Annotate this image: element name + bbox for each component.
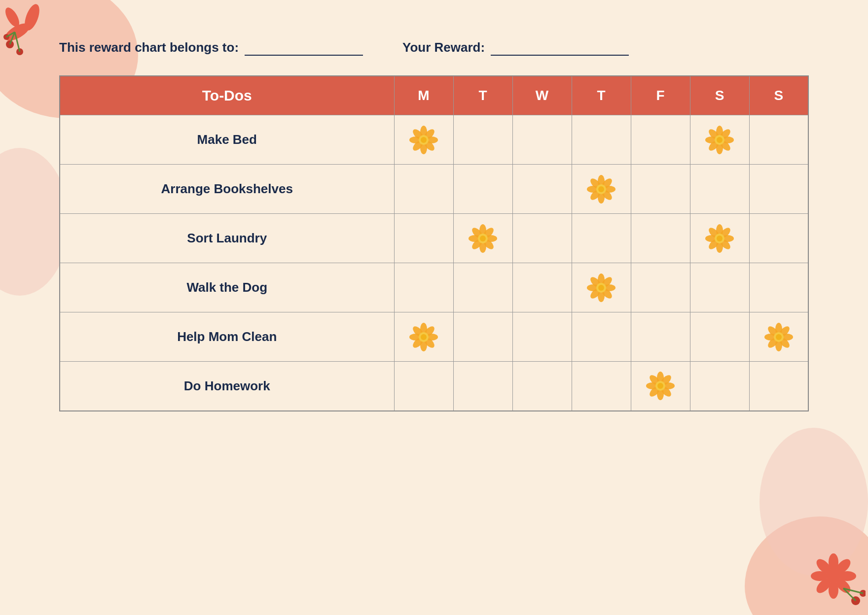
- table-header-row: To-Dos M T W T F S S: [60, 76, 808, 115]
- day-cell[interactable]: [631, 115, 690, 165]
- col-header-wed: W: [512, 76, 572, 115]
- reward-table: To-Dos M T W T F S S Make Bed: [59, 75, 809, 411]
- day-cell[interactable]: [453, 115, 512, 165]
- header-line: This reward chart belongs to: Your Rewar…: [59, 39, 809, 56]
- task-name-cell: Sort Laundry: [60, 214, 394, 263]
- day-cell[interactable]: [749, 165, 808, 214]
- day-cell[interactable]: [572, 263, 631, 312]
- day-cell[interactable]: [631, 263, 690, 312]
- day-cell[interactable]: [394, 263, 453, 312]
- day-cell[interactable]: [512, 165, 572, 214]
- day-cell[interactable]: [690, 165, 749, 214]
- svg-point-71: [717, 236, 723, 241]
- svg-point-17: [827, 569, 840, 583]
- table-row: Help Mom Clean: [60, 312, 808, 362]
- day-cell[interactable]: [394, 165, 453, 214]
- day-cell[interactable]: [749, 263, 808, 312]
- svg-point-81: [598, 285, 604, 291]
- flower-star-icon: [577, 268, 626, 307]
- day-cell[interactable]: [394, 312, 453, 362]
- col-header-todos: To-Dos: [60, 76, 394, 115]
- reward-label: Your Reward:: [402, 40, 485, 55]
- day-cell[interactable]: [631, 362, 690, 411]
- col-header-fri: F: [631, 76, 690, 115]
- flower-star-icon: [755, 317, 803, 356]
- svg-point-101: [776, 334, 782, 340]
- svg-point-41: [717, 137, 723, 143]
- col-header-tue: T: [453, 76, 512, 115]
- day-cell[interactable]: [631, 214, 690, 263]
- table-row: Make Bed: [60, 115, 808, 165]
- day-cell[interactable]: [453, 214, 512, 263]
- col-header-sat: S: [690, 76, 749, 115]
- col-header-mon: M: [394, 76, 453, 115]
- svg-point-111: [657, 383, 663, 389]
- task-name-cell: Help Mom Clean: [60, 312, 394, 362]
- belongs-label: This reward chart belongs to:: [59, 40, 239, 55]
- day-cell[interactable]: [631, 165, 690, 214]
- day-cell[interactable]: [572, 362, 631, 411]
- task-name-cell: Do Homework: [60, 362, 394, 411]
- flower-star-icon: [636, 367, 685, 406]
- svg-point-51: [598, 186, 604, 192]
- day-cell[interactable]: [512, 263, 572, 312]
- flower-star-icon: [695, 219, 744, 258]
- day-cell[interactable]: [394, 115, 453, 165]
- day-cell[interactable]: [690, 263, 749, 312]
- table-row: Walk the Dog: [60, 263, 808, 312]
- day-cell[interactable]: [572, 214, 631, 263]
- col-header-sun: S: [749, 76, 808, 115]
- reward-field[interactable]: [491, 39, 629, 56]
- main-content: This reward chart belongs to: Your Rewar…: [0, 0, 868, 441]
- day-cell[interactable]: [512, 115, 572, 165]
- day-cell[interactable]: [572, 115, 631, 165]
- table-row: Arrange Bookshelves: [60, 165, 808, 214]
- day-cell[interactable]: [572, 312, 631, 362]
- day-cell[interactable]: [394, 362, 453, 411]
- col-header-thu: T: [572, 76, 631, 115]
- day-cell[interactable]: [572, 165, 631, 214]
- day-cell[interactable]: [631, 312, 690, 362]
- flower-star-icon: [399, 317, 448, 356]
- table-row: Do Homework: [60, 362, 808, 411]
- corner-flower-bottom-right: [801, 551, 866, 613]
- day-cell[interactable]: [512, 214, 572, 263]
- corner-flower-top-left: [2, 2, 67, 64]
- day-cell[interactable]: [749, 214, 808, 263]
- svg-point-31: [421, 137, 427, 143]
- day-cell[interactable]: [453, 165, 512, 214]
- svg-point-61: [480, 236, 486, 241]
- day-cell[interactable]: [690, 115, 749, 165]
- task-name-cell: Walk the Dog: [60, 263, 394, 312]
- day-cell[interactable]: [453, 362, 512, 411]
- day-cell[interactable]: [453, 263, 512, 312]
- day-cell[interactable]: [690, 312, 749, 362]
- day-cell[interactable]: [453, 312, 512, 362]
- day-cell[interactable]: [394, 214, 453, 263]
- flower-star-icon: [695, 120, 744, 159]
- day-cell[interactable]: [749, 362, 808, 411]
- day-cell[interactable]: [512, 312, 572, 362]
- day-cell[interactable]: [749, 312, 808, 362]
- flower-star-icon: [459, 219, 507, 258]
- task-name-cell: Make Bed: [60, 115, 394, 165]
- flower-star-icon: [399, 120, 448, 159]
- flower-star-icon: [577, 170, 626, 208]
- day-cell[interactable]: [749, 115, 808, 165]
- table-row: Sort Laundry: [60, 214, 808, 263]
- day-cell[interactable]: [690, 214, 749, 263]
- task-name-cell: Arrange Bookshelves: [60, 165, 394, 214]
- belongs-to-field[interactable]: [245, 39, 363, 56]
- day-cell[interactable]: [690, 362, 749, 411]
- day-cell[interactable]: [512, 362, 572, 411]
- svg-point-91: [421, 334, 427, 340]
